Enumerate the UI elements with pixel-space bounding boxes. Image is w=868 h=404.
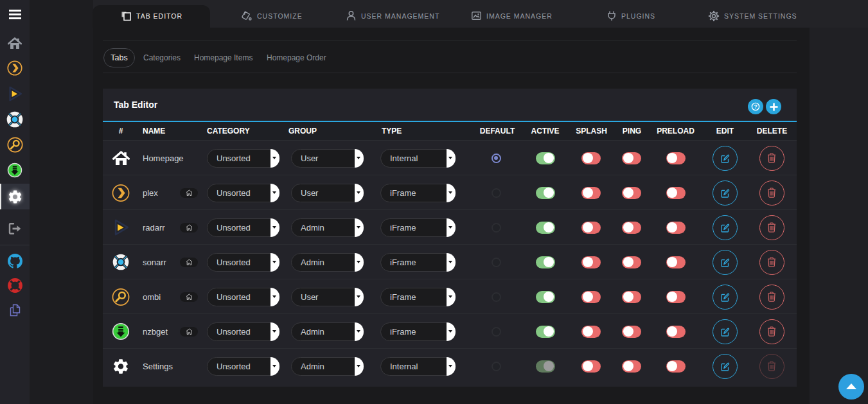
- svg-text:?: ?: [754, 103, 757, 110]
